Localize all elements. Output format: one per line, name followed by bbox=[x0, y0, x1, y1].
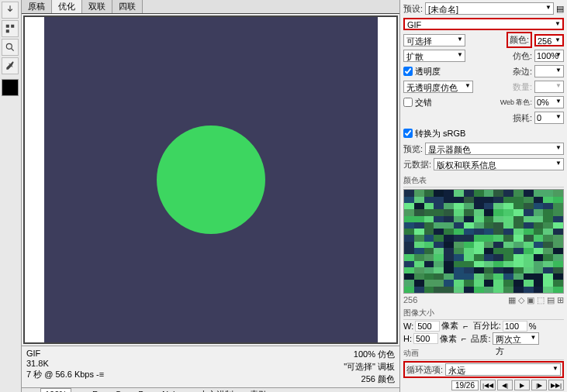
color-swatch-cell[interactable] bbox=[444, 197, 454, 203]
color-swatch-cell[interactable] bbox=[513, 209, 524, 215]
color-swatch-cell[interactable] bbox=[513, 254, 524, 260]
color-swatch-cell[interactable] bbox=[484, 203, 494, 209]
color-swatch-cell[interactable] bbox=[414, 190, 424, 196]
color-swatch-cell[interactable] bbox=[553, 242, 563, 248]
color-swatch-cell[interactable] bbox=[493, 254, 503, 260]
color-swatch-cell[interactable] bbox=[503, 222, 513, 229]
color-swatch-cell[interactable] bbox=[524, 216, 534, 222]
color-swatch-cell[interactable] bbox=[414, 254, 424, 260]
color-swatch-cell[interactable] bbox=[434, 280, 444, 286]
color-swatch-cell[interactable] bbox=[404, 222, 414, 229]
color-swatch-cell[interactable] bbox=[503, 209, 513, 215]
color-swatch-cell[interactable] bbox=[454, 254, 464, 260]
color-swatch-cell[interactable] bbox=[444, 248, 454, 254]
color-swatch-cell[interactable] bbox=[513, 229, 524, 235]
color-swatch-cell[interactable] bbox=[543, 216, 553, 222]
color-swatch-cell[interactable] bbox=[464, 254, 474, 260]
color-swatch-cell[interactable] bbox=[434, 248, 444, 254]
color-swatch-cell[interactable] bbox=[424, 287, 434, 293]
color-swatch-cell[interactable] bbox=[414, 248, 424, 254]
color-swatch-cell[interactable] bbox=[553, 209, 563, 215]
color-swatch-cell[interactable] bbox=[424, 273, 434, 280]
color-swatch-cell[interactable] bbox=[404, 261, 414, 267]
color-swatch-cell[interactable] bbox=[513, 267, 524, 273]
color-swatch-cell[interactable] bbox=[543, 261, 553, 267]
metadata-dropdown[interactable]: 版权和联系信息 bbox=[434, 158, 564, 170]
format-dropdown[interactable]: GIF bbox=[403, 18, 564, 30]
color-swatch-cell[interactable] bbox=[404, 209, 414, 215]
matte-input[interactable] bbox=[534, 65, 564, 77]
color-swatch-cell[interactable] bbox=[513, 203, 524, 209]
color-swatch-cell[interactable] bbox=[484, 267, 494, 273]
colors-input[interactable]: 256 bbox=[534, 34, 564, 46]
color-swatch-cell[interactable] bbox=[454, 197, 464, 203]
color-swatch-cell[interactable] bbox=[534, 190, 544, 196]
color-swatch-cell[interactable] bbox=[524, 242, 534, 248]
color-swatch-cell[interactable] bbox=[414, 222, 424, 229]
color-swatch-cell[interactable] bbox=[444, 190, 454, 196]
color-swatch-cell[interactable] bbox=[454, 261, 464, 267]
color-swatch-cell[interactable] bbox=[404, 242, 414, 248]
color-swatch-cell[interactable] bbox=[484, 254, 494, 260]
color-swatch-cell[interactable] bbox=[434, 267, 444, 273]
color-swatch-cell[interactable] bbox=[553, 197, 563, 203]
color-swatch-cell[interactable] bbox=[513, 190, 524, 196]
color-swatch-cell[interactable] bbox=[543, 248, 553, 254]
color-swatch-cell[interactable] bbox=[503, 287, 513, 293]
slice-tool[interactable] bbox=[2, 20, 19, 37]
tab-2up[interactable]: 双联 bbox=[82, 0, 112, 13]
color-swatch-cell[interactable] bbox=[424, 242, 434, 248]
color-swatch-cell[interactable] bbox=[543, 273, 553, 280]
color-swatch-cell[interactable] bbox=[484, 209, 494, 215]
color-swatch-cell[interactable] bbox=[474, 203, 484, 209]
color-swatch-cell[interactable] bbox=[424, 229, 434, 235]
color-swatch-cell[interactable] bbox=[484, 280, 494, 286]
color-swatch-cell[interactable] bbox=[474, 248, 484, 254]
color-swatch-cell[interactable] bbox=[474, 261, 484, 267]
play-button[interactable]: ▶ bbox=[514, 380, 530, 390]
zoom-tool[interactable] bbox=[2, 39, 19, 56]
color-swatch-cell[interactable] bbox=[454, 216, 464, 222]
color-swatch-cell[interactable] bbox=[513, 280, 524, 286]
color-swatch-cell[interactable] bbox=[454, 229, 464, 235]
color-swatch-cell[interactable] bbox=[493, 273, 503, 280]
color-swatch-cell[interactable] bbox=[493, 248, 503, 254]
color-swatch-cell[interactable] bbox=[524, 235, 534, 241]
color-swatch-cell[interactable] bbox=[414, 273, 424, 280]
color-swatch-cell[interactable] bbox=[474, 209, 484, 215]
color-swatch-cell[interactable] bbox=[474, 190, 484, 196]
color-swatch-cell[interactable] bbox=[464, 273, 474, 280]
color-swatch-cell[interactable] bbox=[424, 209, 434, 215]
color-swatch-cell[interactable] bbox=[503, 229, 513, 235]
hand-tool[interactable] bbox=[2, 2, 19, 19]
color-swatch-cell[interactable] bbox=[414, 287, 424, 293]
color-swatch-cell[interactable] bbox=[543, 190, 553, 196]
color-swatch-cell[interactable] bbox=[474, 197, 484, 203]
color-swatch-cell[interactable] bbox=[484, 261, 494, 267]
color-swatch-cell[interactable] bbox=[534, 273, 544, 280]
color-swatch-cell[interactable] bbox=[444, 229, 454, 235]
color-swatch-cell[interactable] bbox=[454, 242, 464, 248]
color-swatch-cell[interactable] bbox=[493, 267, 503, 273]
tab-optimized[interactable]: 优化 bbox=[52, 0, 82, 13]
color-swatch-cell[interactable] bbox=[444, 273, 454, 280]
color-swatch-cell[interactable] bbox=[553, 222, 563, 229]
color-swatch-cell[interactable] bbox=[513, 222, 524, 229]
color-swatch-cell[interactable] bbox=[534, 261, 544, 267]
color-table-icons[interactable]: ▦ ◇ ▣ ⬚ ▤ ⊞ bbox=[508, 295, 564, 305]
percent-input[interactable]: 100 bbox=[503, 321, 527, 332]
color-swatch-cell[interactable] bbox=[534, 216, 544, 222]
color-swatch-cell[interactable] bbox=[434, 261, 444, 267]
color-swatch-cell[interactable] bbox=[444, 287, 454, 293]
color-swatch-cell[interactable] bbox=[454, 267, 464, 273]
color-swatch-cell[interactable] bbox=[524, 203, 534, 209]
color-swatch-cell[interactable] bbox=[464, 203, 474, 209]
color-swatch-cell[interactable] bbox=[474, 280, 484, 286]
color-swatch-cell[interactable] bbox=[493, 235, 503, 241]
quality-dropdown[interactable]: 两次立方 bbox=[493, 332, 539, 345]
color-swatch-cell[interactable] bbox=[434, 222, 444, 229]
color-swatch-cell[interactable] bbox=[513, 248, 524, 254]
color-swatch-cell[interactable] bbox=[534, 197, 544, 203]
color-swatch-cell[interactable] bbox=[513, 261, 524, 267]
color-swatch-cell[interactable] bbox=[513, 287, 524, 293]
